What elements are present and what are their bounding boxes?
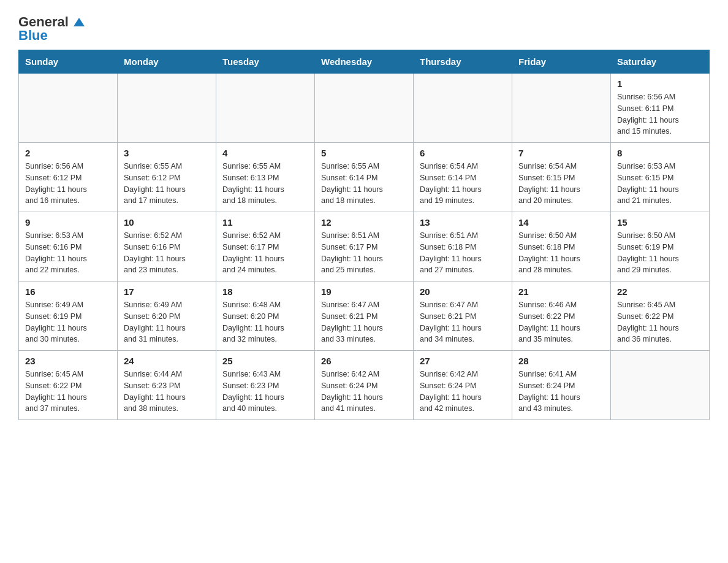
calendar-cell — [414, 74, 512, 143]
calendar-cell — [611, 351, 710, 420]
calendar-table: SundayMondayTuesdayWednesdayThursdayFrid… — [18, 50, 710, 420]
calendar-cell — [216, 74, 315, 143]
calendar-cell: 26Sunrise: 6:42 AM Sunset: 6:24 PM Dayli… — [315, 351, 414, 420]
calendar-cell: 24Sunrise: 6:44 AM Sunset: 6:23 PM Dayli… — [118, 351, 216, 420]
calendar-cell: 21Sunrise: 6:46 AM Sunset: 6:22 PM Dayli… — [512, 282, 611, 351]
day-info: Sunrise: 6:46 AM Sunset: 6:22 PM Dayligh… — [518, 299, 604, 345]
calendar-cell: 17Sunrise: 6:49 AM Sunset: 6:20 PM Dayli… — [118, 282, 216, 351]
day-number: 22 — [617, 286, 703, 297]
calendar-cell: 12Sunrise: 6:51 AM Sunset: 6:17 PM Dayli… — [315, 212, 414, 282]
week-row-3: 9Sunrise: 6:53 AM Sunset: 6:16 PM Daylig… — [19, 212, 710, 282]
day-info: Sunrise: 6:42 AM Sunset: 6:24 PM Dayligh… — [420, 369, 506, 415]
logo-blue: Blue — [18, 29, 48, 42]
day-number: 9 — [25, 217, 111, 228]
day-info: Sunrise: 6:55 AM Sunset: 6:14 PM Dayligh… — [321, 161, 407, 207]
day-number: 11 — [222, 217, 308, 228]
week-row-1: 1Sunrise: 6:56 AM Sunset: 6:11 PM Daylig… — [19, 74, 710, 143]
calendar-cell: 25Sunrise: 6:43 AM Sunset: 6:23 PM Dayli… — [216, 351, 315, 420]
weekday-header-wednesday: Wednesday — [315, 50, 414, 74]
calendar-cell: 7Sunrise: 6:54 AM Sunset: 6:15 PM Daylig… — [512, 143, 611, 212]
day-number: 18 — [222, 286, 308, 297]
calendar-cell: 20Sunrise: 6:47 AM Sunset: 6:21 PM Dayli… — [414, 282, 512, 351]
calendar-cell: 9Sunrise: 6:53 AM Sunset: 6:16 PM Daylig… — [19, 212, 118, 282]
calendar-header: SundayMondayTuesdayWednesdayThursdayFrid… — [19, 50, 710, 74]
day-number: 19 — [321, 286, 407, 297]
day-number: 15 — [617, 217, 703, 228]
weekday-header-monday: Monday — [118, 50, 216, 74]
day-number: 25 — [222, 356, 308, 366]
calendar-cell: 27Sunrise: 6:42 AM Sunset: 6:24 PM Dayli… — [414, 351, 512, 420]
day-info: Sunrise: 6:49 AM Sunset: 6:19 PM Dayligh… — [25, 299, 111, 345]
day-number: 13 — [420, 217, 506, 228]
day-number: 28 — [518, 356, 604, 366]
calendar-cell — [315, 74, 414, 143]
day-info: Sunrise: 6:53 AM Sunset: 6:15 PM Dayligh… — [617, 161, 703, 207]
calendar-cell: 15Sunrise: 6:50 AM Sunset: 6:19 PM Dayli… — [611, 212, 710, 282]
day-number: 6 — [420, 148, 506, 158]
day-number: 23 — [25, 356, 111, 366]
calendar-cell: 11Sunrise: 6:52 AM Sunset: 6:17 PM Dayli… — [216, 212, 315, 282]
day-info: Sunrise: 6:47 AM Sunset: 6:21 PM Dayligh… — [321, 299, 407, 345]
day-number: 27 — [420, 356, 506, 366]
day-info: Sunrise: 6:45 AM Sunset: 6:22 PM Dayligh… — [617, 299, 703, 345]
logo: General Blue — [18, 12, 85, 42]
day-info: Sunrise: 6:54 AM Sunset: 6:15 PM Dayligh… — [518, 161, 604, 207]
day-info: Sunrise: 6:55 AM Sunset: 6:13 PM Dayligh… — [222, 161, 308, 207]
svg-marker-0 — [74, 18, 85, 26]
day-info: Sunrise: 6:49 AM Sunset: 6:20 PM Dayligh… — [124, 299, 210, 345]
day-info: Sunrise: 6:50 AM Sunset: 6:18 PM Dayligh… — [518, 230, 604, 276]
day-info: Sunrise: 6:56 AM Sunset: 6:12 PM Dayligh… — [25, 161, 111, 207]
calendar-cell: 6Sunrise: 6:54 AM Sunset: 6:14 PM Daylig… — [414, 143, 512, 212]
calendar-cell: 4Sunrise: 6:55 AM Sunset: 6:13 PM Daylig… — [216, 143, 315, 212]
day-number: 14 — [518, 217, 604, 228]
day-info: Sunrise: 6:51 AM Sunset: 6:18 PM Dayligh… — [420, 230, 506, 276]
day-info: Sunrise: 6:52 AM Sunset: 6:16 PM Dayligh… — [124, 230, 210, 276]
calendar-cell: 18Sunrise: 6:48 AM Sunset: 6:20 PM Dayli… — [216, 282, 315, 351]
calendar-cell: 2Sunrise: 6:56 AM Sunset: 6:12 PM Daylig… — [19, 143, 118, 212]
calendar-cell: 13Sunrise: 6:51 AM Sunset: 6:18 PM Dayli… — [414, 212, 512, 282]
calendar-cell: 23Sunrise: 6:45 AM Sunset: 6:22 PM Dayli… — [19, 351, 118, 420]
weekday-header-saturday: Saturday — [611, 50, 710, 74]
calendar-cell: 19Sunrise: 6:47 AM Sunset: 6:21 PM Dayli… — [315, 282, 414, 351]
weekday-header-friday: Friday — [512, 50, 611, 74]
week-row-2: 2Sunrise: 6:56 AM Sunset: 6:12 PM Daylig… — [19, 143, 710, 212]
logo-general: General — [18, 15, 85, 29]
day-info: Sunrise: 6:53 AM Sunset: 6:16 PM Dayligh… — [25, 230, 111, 276]
weekday-header-row: SundayMondayTuesdayWednesdayThursdayFrid… — [19, 50, 710, 74]
day-number: 21 — [518, 286, 604, 297]
weekday-header-sunday: Sunday — [19, 50, 118, 74]
day-number: 10 — [124, 217, 210, 228]
calendar-cell: 16Sunrise: 6:49 AM Sunset: 6:19 PM Dayli… — [19, 282, 118, 351]
day-number: 5 — [321, 148, 407, 158]
calendar-cell — [19, 74, 118, 143]
day-info: Sunrise: 6:51 AM Sunset: 6:17 PM Dayligh… — [321, 230, 407, 276]
calendar-cell: 28Sunrise: 6:41 AM Sunset: 6:24 PM Dayli… — [512, 351, 611, 420]
calendar-cell: 1Sunrise: 6:56 AM Sunset: 6:11 PM Daylig… — [611, 74, 710, 143]
day-number: 4 — [222, 148, 308, 158]
day-number: 17 — [124, 286, 210, 297]
calendar-cell: 8Sunrise: 6:53 AM Sunset: 6:15 PM Daylig… — [611, 143, 710, 212]
day-number: 7 — [518, 148, 604, 158]
calendar-cell: 5Sunrise: 6:55 AM Sunset: 6:14 PM Daylig… — [315, 143, 414, 212]
calendar-cell: 14Sunrise: 6:50 AM Sunset: 6:18 PM Dayli… — [512, 212, 611, 282]
weekday-header-thursday: Thursday — [414, 50, 512, 74]
day-info: Sunrise: 6:56 AM Sunset: 6:11 PM Dayligh… — [617, 91, 703, 137]
day-info: Sunrise: 6:42 AM Sunset: 6:24 PM Dayligh… — [321, 369, 407, 415]
page-header: General Blue — [18, 12, 710, 42]
weekday-header-tuesday: Tuesday — [216, 50, 315, 74]
day-number: 24 — [124, 356, 210, 366]
week-row-4: 16Sunrise: 6:49 AM Sunset: 6:19 PM Dayli… — [19, 282, 710, 351]
day-info: Sunrise: 6:50 AM Sunset: 6:19 PM Dayligh… — [617, 230, 703, 276]
day-number: 8 — [617, 148, 703, 158]
day-number: 2 — [25, 148, 111, 158]
day-number: 20 — [420, 286, 506, 297]
day-number: 26 — [321, 356, 407, 366]
calendar-cell: 10Sunrise: 6:52 AM Sunset: 6:16 PM Dayli… — [118, 212, 216, 282]
day-info: Sunrise: 6:54 AM Sunset: 6:14 PM Dayligh… — [420, 161, 506, 207]
calendar-cell — [118, 74, 216, 143]
calendar-body: 1Sunrise: 6:56 AM Sunset: 6:11 PM Daylig… — [19, 74, 710, 420]
day-info: Sunrise: 6:43 AM Sunset: 6:23 PM Dayligh… — [222, 369, 308, 415]
day-number: 12 — [321, 217, 407, 228]
day-info: Sunrise: 6:45 AM Sunset: 6:22 PM Dayligh… — [25, 369, 111, 415]
day-info: Sunrise: 6:44 AM Sunset: 6:23 PM Dayligh… — [124, 369, 210, 415]
